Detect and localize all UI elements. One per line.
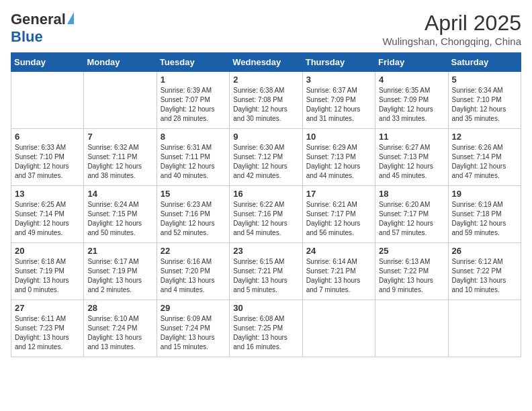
day-number: 4 [379,75,444,85]
day-number: 26 [452,246,517,256]
calendar-cell: 18Sunrise: 6:20 AM Sunset: 7:17 PM Dayli… [375,186,448,243]
day-info: Sunrise: 6:10 AM Sunset: 7:24 PM Dayligh… [87,314,152,352]
calendar-cell: 1Sunrise: 6:39 AM Sunset: 7:07 PM Daylig… [157,72,229,129]
calendar-cell [375,300,448,357]
calendar-cell: 30Sunrise: 6:08 AM Sunset: 7:25 PM Dayli… [230,300,302,357]
day-number: 16 [233,189,298,199]
day-number: 18 [379,189,444,199]
week-row: 20Sunrise: 6:18 AM Sunset: 7:19 PM Dayli… [11,243,521,300]
calendar-cell: 26Sunrise: 6:12 AM Sunset: 7:22 PM Dayli… [448,243,521,300]
day-info: Sunrise: 6:27 AM Sunset: 7:13 PM Dayligh… [379,143,444,181]
logo-icon [67,12,74,24]
calendar-cell: 12Sunrise: 6:26 AM Sunset: 7:14 PM Dayli… [448,129,521,186]
day-info: Sunrise: 6:17 AM Sunset: 7:19 PM Dayligh… [87,257,152,295]
day-number: 25 [379,246,444,256]
day-info: Sunrise: 6:24 AM Sunset: 7:15 PM Dayligh… [87,200,152,238]
calendar-cell: 16Sunrise: 6:22 AM Sunset: 7:16 PM Dayli… [230,186,302,243]
day-of-week-header: Thursday [302,53,375,72]
day-info: Sunrise: 6:31 AM Sunset: 7:11 PM Dayligh… [161,143,226,181]
calendar-cell: 4Sunrise: 6:35 AM Sunset: 7:09 PM Daylig… [375,72,448,129]
calendar-cell: 27Sunrise: 6:11 AM Sunset: 7:23 PM Dayli… [11,300,84,357]
week-row: 6Sunrise: 6:33 AM Sunset: 7:10 PM Daylig… [11,129,521,186]
day-info: Sunrise: 6:38 AM Sunset: 7:08 PM Dayligh… [233,86,298,124]
location: Wulingshan, Chongqing, China [382,36,521,47]
calendar-table: SundayMondayTuesdayWednesdayThursdayFrid… [11,52,521,357]
day-number: 1 [161,75,226,85]
calendar-cell: 2Sunrise: 6:38 AM Sunset: 7:08 PM Daylig… [230,72,302,129]
day-info: Sunrise: 6:37 AM Sunset: 7:09 PM Dayligh… [306,86,371,124]
day-number: 7 [87,132,152,142]
calendar-cell: 11Sunrise: 6:27 AM Sunset: 7:13 PM Dayli… [375,129,448,186]
day-number: 11 [379,132,444,142]
calendar-cell: 7Sunrise: 6:32 AM Sunset: 7:11 PM Daylig… [84,129,157,186]
week-row: 13Sunrise: 6:25 AM Sunset: 7:14 PM Dayli… [11,186,521,243]
day-info: Sunrise: 6:20 AM Sunset: 7:17 PM Dayligh… [379,200,444,238]
day-info: Sunrise: 6:15 AM Sunset: 7:21 PM Dayligh… [233,257,298,295]
week-row: 1Sunrise: 6:39 AM Sunset: 7:07 PM Daylig… [11,72,521,129]
calendar-cell [302,300,375,357]
day-number: 10 [306,132,371,142]
logo-blue-text: Blue [11,28,43,46]
calendar-cell: 25Sunrise: 6:13 AM Sunset: 7:22 PM Dayli… [375,243,448,300]
day-number: 6 [15,132,80,142]
day-number: 21 [87,246,152,256]
calendar-cell: 3Sunrise: 6:37 AM Sunset: 7:09 PM Daylig… [302,72,375,129]
day-info: Sunrise: 6:26 AM Sunset: 7:14 PM Dayligh… [452,143,517,181]
day-info: Sunrise: 6:23 AM Sunset: 7:16 PM Dayligh… [161,200,226,238]
calendar-cell: 21Sunrise: 6:17 AM Sunset: 7:19 PM Dayli… [84,243,157,300]
day-info: Sunrise: 6:34 AM Sunset: 7:10 PM Dayligh… [452,86,517,124]
calendar-cell: 14Sunrise: 6:24 AM Sunset: 7:15 PM Dayli… [84,186,157,243]
day-info: Sunrise: 6:12 AM Sunset: 7:22 PM Dayligh… [452,257,517,295]
day-number: 27 [15,303,80,313]
calendar-cell: 6Sunrise: 6:33 AM Sunset: 7:10 PM Daylig… [11,129,84,186]
day-number: 20 [15,246,80,256]
day-number: 2 [233,75,298,85]
day-info: Sunrise: 6:22 AM Sunset: 7:16 PM Dayligh… [233,200,298,238]
day-info: Sunrise: 6:18 AM Sunset: 7:19 PM Dayligh… [15,257,80,295]
calendar-cell: 24Sunrise: 6:14 AM Sunset: 7:21 PM Dayli… [302,243,375,300]
logo: General Blue [11,11,74,46]
day-number: 14 [87,189,152,199]
calendar-cell: 28Sunrise: 6:10 AM Sunset: 7:24 PM Dayli… [84,300,157,357]
day-of-week-header: Friday [375,53,448,72]
day-info: Sunrise: 6:29 AM Sunset: 7:13 PM Dayligh… [306,143,371,181]
day-info: Sunrise: 6:39 AM Sunset: 7:07 PM Dayligh… [161,86,226,124]
calendar-cell: 17Sunrise: 6:21 AM Sunset: 7:17 PM Dayli… [302,186,375,243]
calendar-cell: 19Sunrise: 6:19 AM Sunset: 7:18 PM Dayli… [448,186,521,243]
day-info: Sunrise: 6:11 AM Sunset: 7:23 PM Dayligh… [15,314,80,352]
title-area: April 2025 Wulingshan, Chongqing, China [382,11,521,47]
day-info: Sunrise: 6:16 AM Sunset: 7:20 PM Dayligh… [161,257,226,295]
calendar-cell: 15Sunrise: 6:23 AM Sunset: 7:16 PM Dayli… [157,186,229,243]
day-info: Sunrise: 6:14 AM Sunset: 7:21 PM Dayligh… [306,257,371,295]
calendar-cell [448,300,521,357]
day-number: 28 [87,303,152,313]
calendar-cell: 13Sunrise: 6:25 AM Sunset: 7:14 PM Dayli… [11,186,84,243]
day-info: Sunrise: 6:25 AM Sunset: 7:14 PM Dayligh… [15,200,80,238]
day-number: 23 [233,246,298,256]
day-number: 30 [233,303,298,313]
day-number: 3 [306,75,371,85]
calendar-cell: 20Sunrise: 6:18 AM Sunset: 7:19 PM Dayli… [11,243,84,300]
day-number: 24 [306,246,371,256]
day-number: 8 [161,132,226,142]
day-number: 17 [306,189,371,199]
calendar-header-row: SundayMondayTuesdayWednesdayThursdayFrid… [11,53,521,72]
calendar-cell [84,72,157,129]
day-number: 9 [233,132,298,142]
day-of-week-header: Wednesday [230,53,302,72]
logo-general-text: General [11,11,66,28]
calendar-cell: 10Sunrise: 6:29 AM Sunset: 7:13 PM Dayli… [302,129,375,186]
day-number: 12 [452,132,517,142]
day-info: Sunrise: 6:09 AM Sunset: 7:24 PM Dayligh… [161,314,226,352]
day-info: Sunrise: 6:19 AM Sunset: 7:18 PM Dayligh… [452,200,517,238]
calendar-cell: 29Sunrise: 6:09 AM Sunset: 7:24 PM Dayli… [157,300,229,357]
day-of-week-header: Tuesday [157,53,229,72]
day-info: Sunrise: 6:08 AM Sunset: 7:25 PM Dayligh… [233,314,298,352]
day-number: 5 [452,75,517,85]
calendar-cell: 23Sunrise: 6:15 AM Sunset: 7:21 PM Dayli… [230,243,302,300]
day-info: Sunrise: 6:33 AM Sunset: 7:10 PM Dayligh… [15,143,80,181]
day-info: Sunrise: 6:21 AM Sunset: 7:17 PM Dayligh… [306,200,371,238]
calendar-cell [11,72,84,129]
day-number: 22 [161,246,226,256]
day-info: Sunrise: 6:30 AM Sunset: 7:12 PM Dayligh… [233,143,298,181]
